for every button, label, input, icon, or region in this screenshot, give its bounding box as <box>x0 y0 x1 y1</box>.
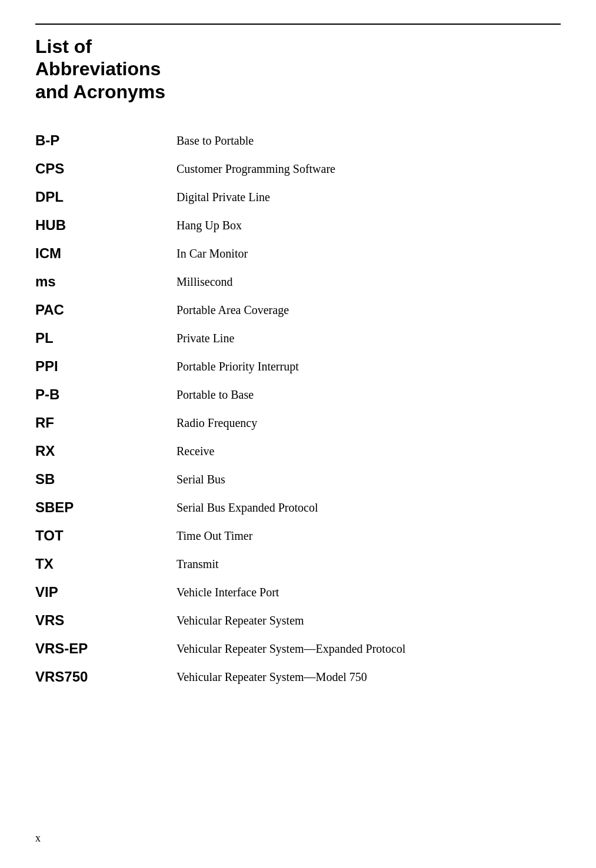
table-row: VRS-EPVehicular Repeater System—Expanded… <box>35 635 561 663</box>
abbreviation-cell: TX <box>35 550 177 578</box>
table-row: TXTransmit <box>35 550 561 578</box>
table-row: PACPortable Area Coverage <box>35 296 561 324</box>
abbreviation-cell: SBEP <box>35 493 177 522</box>
definition-cell: Portable Priority Interrupt <box>177 352 561 380</box>
definition-cell: In Car Monitor <box>177 239 561 268</box>
table-row: TOTTime Out Timer <box>35 522 561 550</box>
definition-cell: Vehicular Repeater System—Model 750 <box>177 663 561 691</box>
abbreviation-cell: TOT <box>35 522 177 550</box>
table-row: PPIPortable Priority Interrupt <box>35 352 561 380</box>
definition-cell: Hang Up Box <box>177 211 561 239</box>
abbreviation-cell: RX <box>35 437 177 465</box>
table-row: RFRadio Frequency <box>35 409 561 437</box>
definition-cell: Base to Portable <box>177 126 561 155</box>
definition-cell: Serial Bus <box>177 465 561 493</box>
definition-cell: Portable to Base <box>177 380 561 409</box>
table-row: SBSerial Bus <box>35 465 561 493</box>
table-row: CPSCustomer Programming Software <box>35 155 561 183</box>
table-row: msMillisecond <box>35 268 561 296</box>
definition-cell: Digital Private Line <box>177 183 561 211</box>
table-row: SBEPSerial Bus Expanded Protocol <box>35 493 561 522</box>
footer-text: x <box>35 832 41 844</box>
abbreviation-cell: RF <box>35 409 177 437</box>
abbreviation-cell: DPL <box>35 183 177 211</box>
definition-cell: Private Line <box>177 324 561 352</box>
abbreviation-cell: VIP <box>35 578 177 606</box>
abbreviation-cell: HUB <box>35 211 177 239</box>
definition-cell: Portable Area Coverage <box>177 296 561 324</box>
definition-cell: Receive <box>177 437 561 465</box>
abbreviation-cell: SB <box>35 465 177 493</box>
abbreviation-cell: ms <box>35 268 177 296</box>
abbreviation-cell: P-B <box>35 380 177 409</box>
definition-cell: Radio Frequency <box>177 409 561 437</box>
title-line3: and Acronyms <box>35 81 165 102</box>
page-title: List of Abbreviations and Acronyms <box>35 35 561 103</box>
table-row: ICMIn Car Monitor <box>35 239 561 268</box>
page-container: List of Abbreviations and Acronyms B-PBa… <box>0 0 596 868</box>
table-row: HUBHang Up Box <box>35 211 561 239</box>
abbreviation-cell: VRS750 <box>35 663 177 691</box>
table-row: DPLDigital Private Line <box>35 183 561 211</box>
abbreviation-cell: CPS <box>35 155 177 183</box>
abbreviation-cell: B-P <box>35 126 177 155</box>
abbreviation-cell: PL <box>35 324 177 352</box>
definition-cell: Customer Programming Software <box>177 155 561 183</box>
table-row: RXReceive <box>35 437 561 465</box>
definition-cell: Transmit <box>177 550 561 578</box>
table-row: B-PBase to Portable <box>35 126 561 155</box>
abbreviation-cell: ICM <box>35 239 177 268</box>
page-footer: x <box>35 832 41 844</box>
table-row: VRS750Vehicular Repeater System—Model 75… <box>35 663 561 691</box>
title-line1: List of <box>35 36 92 57</box>
definition-cell: Serial Bus Expanded Protocol <box>177 493 561 522</box>
definition-cell: Millisecond <box>177 268 561 296</box>
acronym-table: B-PBase to PortableCPSCustomer Programmi… <box>35 126 561 691</box>
title-line2: Abbreviations <box>35 58 161 79</box>
definition-cell: Vehicular Repeater System—Expanded Proto… <box>177 635 561 663</box>
table-row: VRSVehicular Repeater System <box>35 606 561 635</box>
definition-cell: Time Out Timer <box>177 522 561 550</box>
top-rule <box>35 24 561 25</box>
table-row: VIPVehicle Interface Port <box>35 578 561 606</box>
table-row: PLPrivate Line <box>35 324 561 352</box>
abbreviation-cell: VRS-EP <box>35 635 177 663</box>
abbreviation-cell: PPI <box>35 352 177 380</box>
table-row: P-BPortable to Base <box>35 380 561 409</box>
definition-cell: Vehicular Repeater System <box>177 606 561 635</box>
abbreviation-cell: PAC <box>35 296 177 324</box>
abbreviation-cell: VRS <box>35 606 177 635</box>
definition-cell: Vehicle Interface Port <box>177 578 561 606</box>
